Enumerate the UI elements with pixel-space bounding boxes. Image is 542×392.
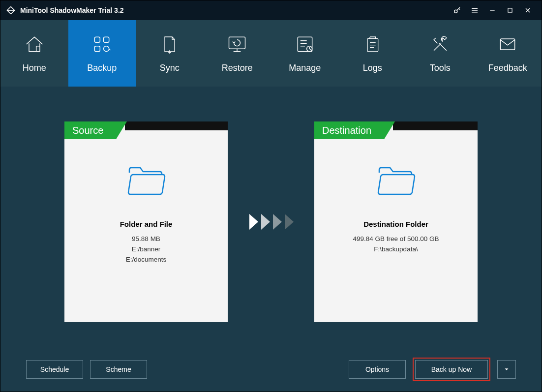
svg-rect-1 [508,8,512,12]
minimize-button[interactable] [483,0,501,20]
nav-tools[interactable]: Tools [406,20,474,87]
backup-now-button[interactable]: Back up Now [415,360,488,379]
feedback-icon [497,33,518,55]
source-title: Folder and File [120,220,173,228]
source-card-body: Folder and File 95.88 MB E:/banner E:/do… [64,139,228,322]
nav-home-label: Home [23,63,46,73]
folder-icon [376,165,416,196]
backup-now-highlight: Back up Now [413,358,490,381]
svg-rect-2 [95,37,100,42]
destination-path: F:\backupdata\ [374,245,418,253]
home-icon [24,33,45,55]
bottom-bar: Schedule Scheme Options Back up Now [0,347,542,392]
logs-icon [361,33,383,55]
nav-sync[interactable]: Sync [136,20,204,87]
nav-restore[interactable]: Restore [204,20,271,87]
nav-manage-label: Manage [289,63,321,73]
nav-tools-label: Tools [430,63,451,73]
destination-card-body: Destination Folder 499.84 GB free of 500… [314,139,478,322]
arrow-icon [247,210,295,234]
destination-free: 499.84 GB free of 500.00 GB [353,235,439,242]
app-window: MiniTool ShadowMaker Trial 3.2 Home [0,0,542,392]
destination-title: Destination Folder [363,220,428,228]
main-nav: Home Backup Sync Restore Manage [0,20,542,87]
destination-card[interactable]: Destination Destination Folder 499.84 GB… [314,121,478,322]
close-button[interactable] [519,0,537,20]
svg-rect-3 [104,37,109,42]
nav-backup[interactable]: Backup [68,20,136,87]
svg-rect-9 [501,39,515,50]
source-tab-label: Source [64,121,116,139]
restore-icon [226,33,248,55]
nav-logs[interactable]: Logs [339,20,407,87]
destination-card-header: Destination [314,121,478,139]
nav-manage[interactable]: Manage [271,20,339,87]
source-card[interactable]: Source Folder and File 95.88 MB E:/banne… [64,121,228,322]
tools-icon [429,33,451,55]
sync-icon [159,33,181,55]
app-logo-icon [5,5,16,16]
nav-logs-label: Logs [363,63,382,73]
folder-icon [126,165,166,196]
source-size: 95.88 MB [132,235,160,242]
schedule-button[interactable]: Schedule [26,360,83,379]
scheme-button[interactable]: Scheme [90,360,147,379]
manage-icon [294,33,316,55]
nav-sync-label: Sync [160,63,180,73]
backup-icon [91,33,113,55]
nav-feedback[interactable]: Feedback [474,20,542,87]
titlebar: MiniTool ShadowMaker Trial 3.2 [0,0,542,20]
svg-point-0 [454,10,457,13]
menu-icon[interactable] [466,0,483,20]
backup-now-dropdown[interactable] [497,360,516,379]
options-button[interactable]: Options [349,360,406,379]
svg-rect-5 [229,37,245,49]
source-path-1: E:/banner [132,245,161,253]
source-card-header: Source [64,121,228,139]
chevron-down-icon [503,366,510,373]
app-title: MiniTool ShadowMaker Trial 3.2 [20,6,124,14]
nav-feedback-label: Feedback [488,63,527,73]
source-path-2: E:/documents [126,256,167,263]
destination-tab-label: Destination [314,121,384,139]
key-icon[interactable] [448,0,466,20]
nav-backup-label: Backup [87,63,117,73]
nav-home[interactable]: Home [0,20,68,87]
svg-rect-4 [95,46,100,52]
nav-restore-label: Restore [222,63,253,73]
maximize-button[interactable] [501,0,519,20]
main-area: Source Folder and File 95.88 MB E:/banne… [0,87,542,347]
